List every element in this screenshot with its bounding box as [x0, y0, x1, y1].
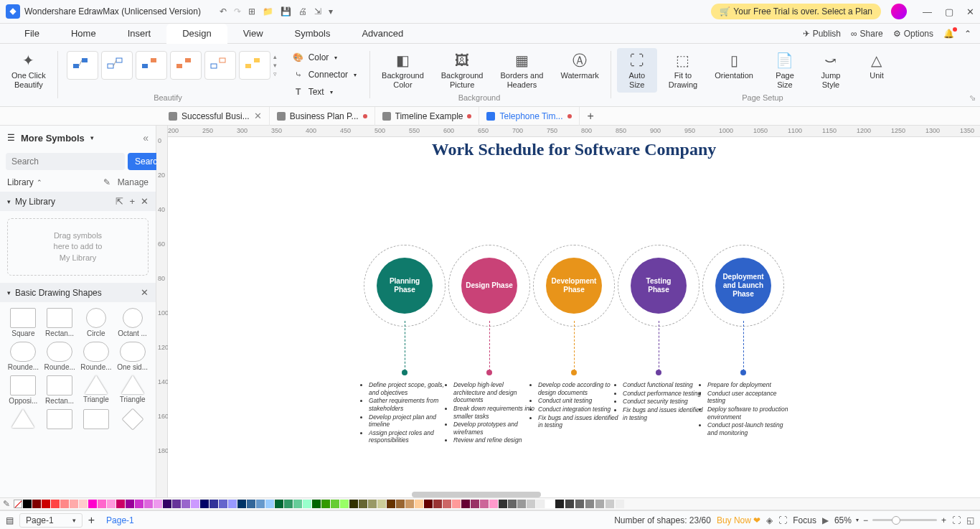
drawing-canvas[interactable]: Work Schedule for Software Company Plann… — [168, 137, 980, 497]
color-swatch[interactable] — [424, 500, 433, 508]
my-library-section[interactable]: ▾My Library ⇱ + ✕ — [0, 192, 156, 211]
color-swatch[interactable] — [595, 500, 604, 508]
menu-home[interactable]: Home — [55, 24, 112, 44]
zoom-slider[interactable] — [872, 519, 937, 521]
color-swatch[interactable] — [191, 500, 199, 508]
theme-option-1[interactable] — [67, 51, 98, 80]
bg-picture-button[interactable]: 🖼Background Picture — [435, 48, 489, 93]
color-swatch[interactable] — [575, 500, 584, 508]
color-swatch[interactable] — [321, 500, 330, 508]
page-tab[interactable]: Page-1 — [100, 515, 140, 525]
color-swatch[interactable] — [135, 500, 143, 508]
color-swatch[interactable] — [144, 500, 153, 508]
zoom-level[interactable]: 65% — [834, 515, 852, 525]
shape-extra-0[interactable] — [6, 409, 41, 429]
page-size-button[interactable]: 📄Page Size — [765, 48, 805, 93]
qat-dropdown-icon[interactable]: ▾ — [329, 6, 333, 17]
zoom-out-button[interactable]: − — [863, 515, 868, 525]
color-swatch[interactable] — [23, 500, 32, 508]
shape-extra-2[interactable] — [79, 409, 114, 429]
page-list-icon[interactable]: ▤ — [6, 515, 14, 525]
color-swatch[interactable] — [219, 500, 227, 508]
color-swatch[interactable] — [42, 500, 50, 508]
close-button[interactable]: ✕ — [966, 6, 974, 17]
phase-0[interactable]: PlanningPhaseDefine project scope, goals… — [371, 249, 438, 314]
theme-option-2[interactable] — [101, 51, 133, 80]
ribbon-collapse-icon[interactable]: ⌃ — [964, 29, 971, 39]
focus-mode-icon[interactable]: ⛶ — [778, 515, 787, 525]
color-swatch[interactable] — [606, 500, 614, 508]
fullscreen-icon[interactable]: ◱ — [966, 515, 974, 525]
color-swatch[interactable] — [331, 500, 339, 508]
new-icon[interactable]: ⊞ — [248, 6, 255, 17]
color-swatch[interactable] — [70, 500, 78, 508]
color-swatch[interactable] — [508, 500, 517, 508]
page-selector[interactable]: Page-1▾ — [19, 513, 83, 528]
color-swatch[interactable] — [340, 500, 349, 508]
bg-color-button[interactable]: ◧Background Color — [376, 48, 430, 93]
color-swatch[interactable] — [387, 500, 395, 508]
buy-now-link[interactable]: Buy Now ❤ — [717, 515, 760, 525]
connector-button[interactable]: ⤷Connector▾ — [290, 67, 359, 83]
add-page-button[interactable]: + — [88, 514, 95, 527]
color-swatch[interactable] — [163, 500, 171, 508]
shape-triangle[interactable]: Triangle — [115, 375, 150, 405]
color-swatch[interactable] — [396, 500, 405, 508]
color-swatch[interactable] — [471, 500, 479, 508]
undo-icon[interactable]: ↶ — [220, 6, 227, 17]
hamburger-icon[interactable]: ☰ — [7, 133, 15, 143]
menu-symbols[interactable]: Symbols — [279, 24, 347, 44]
jump-style-button[interactable]: ⤻Jump Style — [811, 48, 851, 93]
color-swatch[interactable] — [256, 500, 265, 508]
horizontal-scrollbar[interactable] — [412, 492, 541, 497]
print-icon[interactable]: 🖨 — [298, 6, 307, 17]
menu-insert[interactable]: Insert — [112, 24, 167, 44]
color-swatch[interactable] — [499, 500, 507, 508]
fit-page-icon[interactable]: ⛶ — [952, 515, 961, 525]
color-swatch[interactable] — [116, 500, 125, 508]
shape-extra-1[interactable] — [42, 409, 77, 429]
phase-2[interactable]: DevelopmentPhaseDevelop code according t… — [540, 249, 608, 314]
shape-rectan[interactable]: Rectan... — [42, 308, 77, 337]
color-swatch[interactable] — [517, 500, 526, 508]
color-swatch[interactable] — [284, 500, 293, 508]
theme-option-4[interactable] — [170, 51, 202, 80]
color-swatch[interactable] — [452, 500, 461, 508]
present-icon[interactable]: ▶ — [822, 515, 829, 525]
options-button[interactable]: ⚙Options — [893, 29, 933, 39]
color-swatch[interactable] — [79, 500, 88, 508]
color-swatch[interactable] — [565, 500, 574, 508]
user-avatar[interactable] — [891, 4, 907, 19]
menu-file[interactable]: File — [9, 24, 55, 44]
shape-square[interactable]: Square — [6, 308, 41, 337]
color-swatch[interactable] — [545, 500, 554, 508]
doc-tab-2[interactable]: Timeline Example — [375, 107, 480, 126]
unit-button[interactable]: △Unit — [857, 48, 897, 83]
color-swatch[interactable] — [209, 500, 218, 508]
one-click-beautify-button[interactable]: ✦ One Click Beautify — [6, 48, 52, 93]
shape-rounde[interactable]: Rounde... — [6, 342, 41, 371]
more-symbols-label[interactable]: More Symbols — [21, 133, 85, 144]
shape-triangle[interactable]: Triangle — [79, 375, 114, 405]
color-swatch[interactable] — [433, 500, 442, 508]
watermark-button[interactable]: ⒶWatermark — [555, 48, 604, 83]
theme-more-icon[interactable]: ▿ — [273, 70, 277, 78]
maximize-button[interactable]: ▢ — [945, 6, 953, 17]
color-swatch[interactable] — [293, 500, 302, 508]
shape-octant[interactable]: Octant ... — [115, 308, 150, 337]
close-section-icon[interactable]: ✕ — [141, 196, 149, 207]
theme-option-6[interactable] — [239, 51, 270, 80]
color-swatch[interactable] — [480, 500, 489, 508]
fit-drawing-button[interactable]: ⬚Fit to Drawing — [663, 48, 703, 93]
color-swatch[interactable] — [377, 500, 386, 508]
theme-option-5[interactable] — [204, 51, 236, 80]
color-swatch[interactable] — [51, 500, 60, 508]
shape-onesid[interactable]: One sid... — [115, 342, 150, 371]
borders-headers-button[interactable]: ▦Borders and Headers — [495, 48, 550, 93]
menu-advanced[interactable]: Advanced — [346, 24, 419, 44]
doc-tab-3[interactable]: Telephone Tim... — [479, 107, 580, 126]
color-swatch[interactable] — [527, 500, 535, 508]
add-tab-button[interactable]: + — [580, 110, 600, 123]
color-swatch[interactable] — [536, 500, 545, 508]
no-fill-swatch[interactable] — [14, 500, 22, 508]
